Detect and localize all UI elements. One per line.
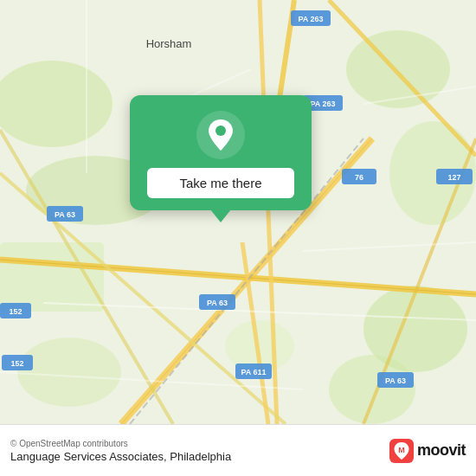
svg-text:127: 127	[447, 173, 460, 182]
map-background: PA 263 PA 263 76 127 PA 63 152 152 PA 63…	[0, 0, 476, 424]
svg-text:PA 611: PA 611	[241, 368, 266, 376]
svg-point-7	[329, 355, 415, 424]
svg-text:PA 63: PA 63	[55, 210, 75, 219]
take-me-there-button[interactable]: Take me there	[147, 168, 294, 198]
svg-point-8	[17, 338, 121, 407]
location-title: Language Services Associates, Philadelph…	[10, 450, 231, 463]
svg-text:PA 63: PA 63	[207, 299, 228, 307]
svg-text:Horsham: Horsham	[146, 37, 192, 50]
bottom-info: © OpenStreetMap contributors Language Se…	[10, 439, 231, 463]
svg-text:76: 76	[355, 173, 363, 182]
svg-text:152: 152	[10, 359, 23, 368]
svg-point-52	[215, 125, 226, 136]
moovit-brand-text: moovit	[417, 441, 466, 460]
svg-text:152: 152	[9, 307, 22, 316]
svg-point-4	[346, 30, 450, 108]
svg-text:PA 263: PA 263	[298, 15, 323, 23]
svg-text:PA 263: PA 263	[310, 100, 335, 108]
svg-text:PA 63: PA 63	[385, 376, 406, 385]
moovit-brand-icon: M	[389, 439, 414, 463]
popup-card: Take me there	[130, 95, 312, 210]
location-pin-icon	[196, 111, 245, 159]
bottom-bar: © OpenStreetMap contributors Language Se…	[0, 424, 476, 476]
copyright-text: © OpenStreetMap contributors	[10, 439, 231, 448]
svg-text:M: M	[398, 445, 405, 453]
moovit-logo: M moovit	[389, 439, 466, 463]
map-container: PA 263 PA 263 76 127 PA 63 152 152 PA 63…	[0, 0, 476, 424]
